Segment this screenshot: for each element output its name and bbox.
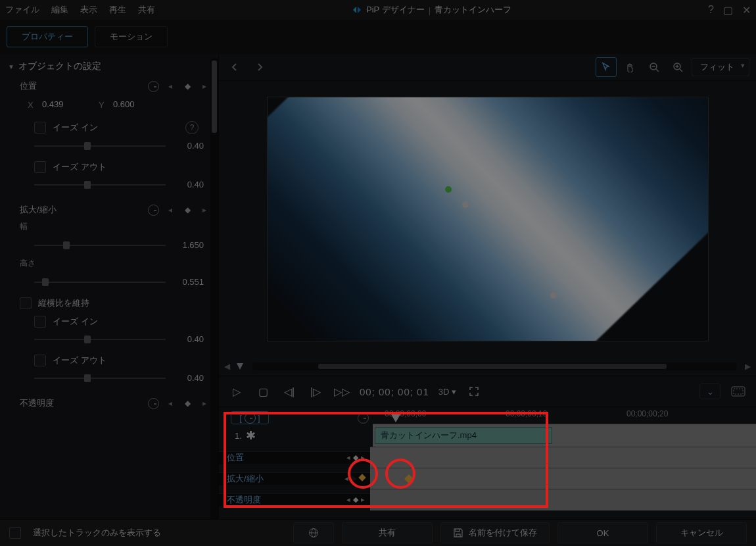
globe-button[interactable] xyxy=(293,522,334,543)
stopwatch-icon[interactable] xyxy=(148,81,159,92)
prev-keyframe-icon[interactable]: ◂ xyxy=(164,82,176,91)
anchor-handle-icon[interactable] xyxy=(445,186,452,193)
stopwatch-icon[interactable] xyxy=(148,398,159,409)
fullscreen-button[interactable] xyxy=(465,383,483,400)
menu-share[interactable]: 共有 xyxy=(138,4,155,16)
keyframe-diamond-icon[interactable]: ◆ xyxy=(181,205,193,214)
preview-hscroll[interactable] xyxy=(252,362,737,370)
stopwatch-icon[interactable] xyxy=(148,205,159,216)
next-frame-button[interactable]: |▷ xyxy=(307,383,324,400)
menu-edit[interactable]: 編集 xyxy=(51,4,68,16)
play-button[interactable]: ▷ xyxy=(228,383,245,400)
fast-forward-button[interactable]: ▷▷ xyxy=(333,383,350,400)
panel-scrollbar[interactable] xyxy=(210,58,218,520)
clip-bar[interactable]: 青カットインハーフ.mp4 xyxy=(375,427,552,444)
y-input[interactable] xyxy=(112,99,154,111)
tl-param-scale[interactable]: 拡大/縮小 ◂ xyxy=(219,472,370,485)
scale-label: 拡大/縮小 xyxy=(20,204,148,216)
playhead-icon[interactable] xyxy=(235,362,245,371)
undo-button[interactable] xyxy=(225,58,245,76)
handle-icon[interactable] xyxy=(462,201,469,208)
prev-keyframe-icon[interactable]: ◂ xyxy=(164,205,176,214)
tab-motion[interactable]: モーション xyxy=(95,26,168,47)
hand-tool-button[interactable] xyxy=(621,58,640,76)
maximize-button[interactable]: ▢ xyxy=(723,4,733,16)
tl-param-opacity[interactable]: 不透明度 ◂◆▸ xyxy=(219,493,370,506)
timecode-display: 00; 00; 00; 01 xyxy=(360,386,429,397)
playback-bar: ▷ ▢ ◁| |▷ ▷▷ 00; 00; 00; 01 3D ▾ ⌄ xyxy=(219,376,756,407)
opacity-keyframe-controls[interactable]: ◂◆▸ xyxy=(148,398,210,409)
3d-toggle[interactable]: 3D ▾ xyxy=(438,383,456,400)
app-logo-icon xyxy=(352,5,362,14)
ease-out-slider[interactable] xyxy=(34,184,166,186)
keyframe-diamond-icon[interactable]: ◆ xyxy=(181,82,193,91)
scale-ease-out-slider[interactable] xyxy=(34,378,166,379)
section-object-settings[interactable]: ▼ オブジェクトの設定 xyxy=(0,54,218,78)
close-button[interactable]: ✕ xyxy=(742,4,751,16)
keyframe-diamond-icon[interactable] xyxy=(404,474,413,483)
opacity-label: 不透明度 xyxy=(20,397,148,409)
handle-icon[interactable] xyxy=(550,292,557,299)
tl-position-track[interactable] xyxy=(370,447,756,468)
next-keyframe-icon[interactable]: ▸ xyxy=(199,205,210,214)
tl-param-position[interactable]: 位置 ◂◆▸ xyxy=(219,451,370,464)
ease-in-checkbox[interactable] xyxy=(34,122,46,134)
menu-play[interactable]: 再生 xyxy=(109,4,126,16)
preview-canvas[interactable] xyxy=(267,97,709,341)
app-name: PiP デザイナー xyxy=(366,4,425,16)
collapse-playbar-button[interactable]: ⌄ xyxy=(699,384,721,399)
preview-panbar: ◀ ▶ xyxy=(219,357,756,376)
height-slider[interactable] xyxy=(34,282,166,283)
ease-out-label: イーズ アウト xyxy=(53,161,106,173)
position-keyframe-controls[interactable]: ◂ ◆ ▸ xyxy=(148,81,210,92)
clip-row-header[interactable]: 1. ✱ xyxy=(219,428,373,443)
share-button[interactable]: 共有 xyxy=(342,522,433,543)
menu-view[interactable]: 表示 xyxy=(80,4,97,16)
width-slider[interactable] xyxy=(34,245,166,246)
prev-frame-button[interactable]: ◁| xyxy=(281,383,298,400)
pan-right-icon[interactable]: ▶ xyxy=(745,362,751,371)
next-keyframe-icon[interactable]: ▸ xyxy=(199,82,210,91)
safe-zone-button[interactable] xyxy=(730,383,747,400)
zoom-out-button[interactable] xyxy=(644,58,664,76)
timeline-ruler[interactable]: 00;00;00;00 00;00;00;10 00;00;00;20 xyxy=(381,407,756,424)
preview-viewport[interactable] xyxy=(219,81,756,357)
preview-toolbar: フィット xyxy=(219,54,756,81)
ease-out-value: 0.40 xyxy=(175,180,204,189)
save-as-button[interactable]: 名前を付けて保存 xyxy=(440,522,550,543)
collapse-icon: ▼ xyxy=(8,63,14,70)
ease-out-checkbox[interactable] xyxy=(34,161,46,173)
playhead-marker-icon[interactable] xyxy=(391,414,400,424)
scale-ease-in-slider[interactable] xyxy=(34,339,166,340)
ease-in-label: イーズ イン xyxy=(53,122,98,134)
properties-panel: ▼ オブジェクトの設定 位置 ◂ ◆ ▸ X Y イーズ イン ? xyxy=(0,54,219,524)
help-button[interactable]: ? xyxy=(708,4,714,16)
stopwatch-icon[interactable] xyxy=(358,412,369,424)
tl-scale-track[interactable] xyxy=(370,468,756,489)
scale-ease-in-checkbox[interactable] xyxy=(34,316,46,328)
tab-properties[interactable]: プロパティー xyxy=(7,26,88,47)
aspect-checkbox[interactable] xyxy=(20,297,32,309)
ok-button[interactable]: OK xyxy=(557,522,648,543)
x-input[interactable] xyxy=(41,99,83,111)
zoom-in-button[interactable] xyxy=(668,58,688,76)
tab-bar: プロパティー モーション xyxy=(0,20,756,54)
aspect-label: 縦横比を維持 xyxy=(38,297,89,309)
help-icon[interactable]: ? xyxy=(185,121,199,134)
tl-mode-button[interactable]: [ ] xyxy=(231,411,269,424)
pan-left-icon[interactable]: ◀ xyxy=(224,362,230,371)
tl-opacity-track[interactable] xyxy=(370,489,756,510)
asterisk-icon: ✱ xyxy=(246,428,256,443)
menu-file[interactable]: ファイル xyxy=(5,4,39,16)
redo-button[interactable] xyxy=(249,58,269,76)
show-selected-track-checkbox[interactable] xyxy=(9,527,21,539)
zoom-fit-select[interactable]: フィット xyxy=(692,58,749,76)
scale-keyframe-controls[interactable]: ◂ ◆ ▸ xyxy=(148,205,210,216)
cancel-button[interactable]: キャンセル xyxy=(656,522,747,543)
scale-ease-out-checkbox[interactable] xyxy=(34,355,46,366)
select-tool-button[interactable] xyxy=(596,57,617,77)
position-label: 位置 xyxy=(20,80,148,92)
stop-button[interactable]: ▢ xyxy=(254,383,272,400)
clip-track[interactable]: 青カットインハーフ.mp4 xyxy=(373,424,756,447)
ease-in-slider[interactable] xyxy=(34,145,166,147)
